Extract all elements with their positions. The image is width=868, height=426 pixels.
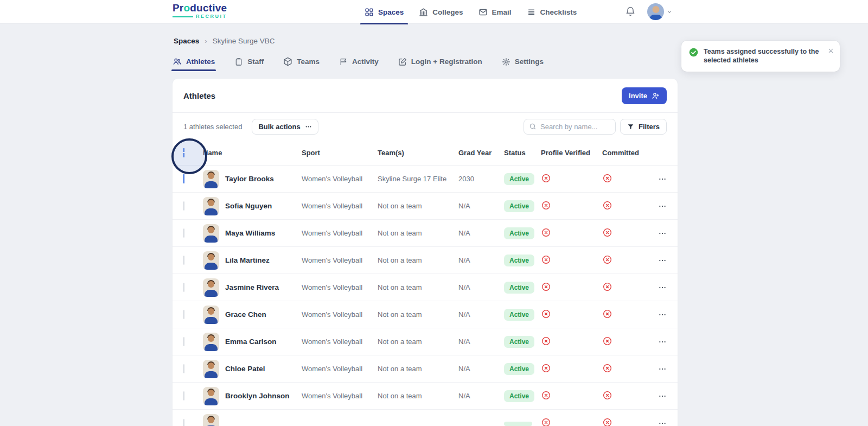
- breadcrumb-current: Skyline Surge VBC: [213, 37, 275, 45]
- row-menu-icon[interactable]: [657, 335, 668, 348]
- tab-label: Settings: [515, 58, 544, 66]
- athlete-grad-year: N/A: [458, 365, 504, 373]
- search-icon: [529, 123, 537, 130]
- close-icon[interactable]: [828, 48, 834, 54]
- row-menu-icon[interactable]: [657, 173, 668, 186]
- selected-count: 1 athletes selected: [183, 123, 242, 131]
- athlete-name: Jasmine Rivera: [225, 283, 279, 291]
- athlete-grad-year: 2030: [458, 175, 504, 183]
- athlete-row: Chloe PatelWomen's VolleyballNot on a te…: [173, 355, 678, 383]
- athlete-name: Lila Martinez: [225, 256, 270, 264]
- athlete-sport: Women's Volleyball: [302, 283, 378, 291]
- athlete-row: Grace ChenWomen's VolleyballNot on a tea…: [173, 301, 678, 328]
- status-badge: Active: [504, 255, 534, 266]
- top-bar: Productive RECRUIT Spaces Colleges Email: [0, 0, 868, 24]
- gear-icon: [502, 58, 510, 66]
- clipboard-icon: [234, 58, 243, 66]
- athlete-name: Taylor Brooks: [225, 175, 274, 183]
- tab-settings[interactable]: Settings: [502, 52, 544, 71]
- athlete-avatar: [203, 360, 219, 378]
- user-menu[interactable]: [647, 3, 672, 20]
- edit-icon: [398, 58, 407, 66]
- brand-logo[interactable]: Productive RECRUIT: [173, 3, 227, 19]
- row-checkbox[interactable]: [183, 419, 184, 426]
- invite-label: Invite: [629, 92, 647, 100]
- status-badge: Active: [504, 336, 534, 348]
- row-checkbox[interactable]: [183, 391, 184, 400]
- athlete-grad-year: N/A: [458, 392, 504, 400]
- search-input[interactable]: [540, 123, 610, 131]
- athlete-avatar: [203, 170, 219, 188]
- nav-item-checklists[interactable]: Checklists: [527, 0, 577, 24]
- athlete-grad-year: N/A: [458, 256, 504, 264]
- athlete-teams: Not on a team: [378, 365, 458, 373]
- grid-icon: [365, 8, 374, 17]
- tab-teams[interactable]: Teams: [283, 52, 320, 71]
- athlete-row: Maya WilliamsWomen's VolleyballNot on a …: [173, 220, 678, 247]
- notifications-bell-icon[interactable]: [625, 6, 636, 17]
- breadcrumb-separator-icon: ›: [205, 37, 207, 45]
- athlete-name: Chloe Patel: [225, 365, 265, 373]
- athlete-row: Emma CarlsonWomen's VolleyballNot on a t…: [173, 328, 678, 355]
- nav-label: Colleges: [432, 8, 463, 16]
- tab-athletes[interactable]: Athletes: [173, 52, 215, 71]
- search-box[interactable]: [524, 119, 616, 135]
- athlete-teams: Not on a team: [378, 392, 458, 400]
- row-checkbox[interactable]: [183, 283, 184, 292]
- row-menu-icon[interactable]: [657, 281, 668, 294]
- table-body: Taylor BrooksWomen's VolleyballSkyline S…: [173, 166, 678, 426]
- filters-button[interactable]: Filters: [620, 119, 667, 135]
- not-committed-icon: [602, 390, 612, 400]
- row-menu-icon[interactable]: [657, 363, 668, 376]
- athlete-avatar: [203, 333, 219, 351]
- nav-item-email[interactable]: Email: [478, 0, 512, 24]
- row-menu-icon[interactable]: [657, 254, 668, 267]
- user-avatar: [647, 3, 664, 20]
- tab-label: Athletes: [186, 58, 215, 66]
- not-committed-icon: [602, 173, 612, 183]
- athlete-avatar: [203, 306, 219, 324]
- tab-login-registration[interactable]: Login + Registration: [398, 52, 482, 71]
- not-committed-icon: [602, 227, 612, 238]
- athlete-name: Maya Williams: [225, 229, 275, 237]
- athlete-avatar: [203, 387, 219, 405]
- athlete-teams: Not on a team: [378, 256, 458, 264]
- nav-item-colleges[interactable]: Colleges: [419, 0, 463, 24]
- breadcrumb-spaces[interactable]: Spaces: [174, 37, 199, 45]
- row-checkbox[interactable]: [183, 364, 184, 373]
- panel-title: Athletes: [183, 91, 215, 100]
- tab-activity[interactable]: Activity: [339, 52, 379, 71]
- row-checkbox[interactable]: [183, 310, 184, 319]
- column-header-status: Status: [504, 149, 541, 157]
- profile-not-verified-icon: [541, 309, 551, 319]
- row-menu-icon[interactable]: [657, 227, 668, 240]
- status-badge: [504, 422, 532, 426]
- row-checkbox[interactable]: [183, 256, 184, 265]
- table-toolbar: 1 athletes selected Bulk actions Filters: [173, 113, 678, 140]
- row-menu-icon[interactable]: [657, 308, 668, 321]
- invite-button[interactable]: Invite: [622, 87, 667, 104]
- status-badge: Active: [504, 363, 534, 375]
- nav-label: Spaces: [378, 8, 404, 16]
- row-menu-icon[interactable]: [657, 390, 668, 403]
- tab-staff[interactable]: Staff: [234, 52, 264, 71]
- bulk-actions-button[interactable]: Bulk actions: [252, 119, 318, 135]
- athlete-name: Sofia Nguyen: [225, 202, 272, 210]
- not-committed-icon: [602, 336, 612, 346]
- row-checkbox[interactable]: [183, 174, 184, 183]
- not-committed-icon: [602, 282, 612, 292]
- nav-item-spaces[interactable]: Spaces: [365, 0, 404, 24]
- row-checkbox[interactable]: [183, 337, 184, 346]
- cube-icon: [283, 57, 292, 66]
- row-menu-icon[interactable]: [657, 200, 668, 213]
- athlete-grad-year: N/A: [458, 202, 504, 210]
- athlete-row: Brooklyn JohnsonWomen's VolleyballNot on…: [173, 383, 678, 410]
- college-building-icon: [419, 8, 428, 17]
- row-menu-icon[interactable]: [657, 417, 668, 426]
- row-checkbox[interactable]: [183, 201, 184, 211]
- status-badge: Active: [504, 309, 534, 321]
- column-header-name: Name: [203, 149, 302, 157]
- row-checkbox[interactable]: [183, 228, 184, 238]
- profile-not-verified-icon: [541, 200, 551, 211]
- status-badge: Active: [504, 227, 534, 239]
